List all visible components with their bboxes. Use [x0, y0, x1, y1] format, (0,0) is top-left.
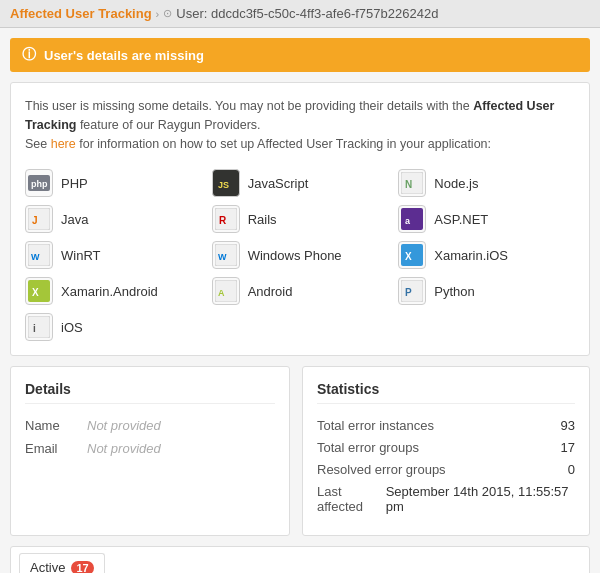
android-icon: A — [212, 277, 240, 305]
svg-text:W: W — [31, 252, 40, 262]
stat-row: Last affectedSeptember 14th 2015, 11:55:… — [317, 484, 575, 514]
svg-rect-24 — [28, 316, 50, 338]
provider-ios[interactable]: i iOS — [25, 313, 202, 341]
provider-label: iOS — [61, 320, 83, 335]
name-label: Name — [25, 418, 75, 433]
python-icon: P — [398, 277, 426, 305]
name-value: Not provided — [87, 418, 161, 433]
provider-label: Xamarin.iOS — [434, 248, 508, 263]
windows-phone-icon: W — [212, 241, 240, 269]
provider-java[interactable]: J Java — [25, 205, 202, 233]
svg-text:php: php — [31, 179, 48, 189]
svg-text:P: P — [405, 287, 412, 298]
provider-python[interactable]: P Python — [398, 277, 575, 305]
provider-label: Android — [248, 284, 293, 299]
winrt-icon: W — [25, 241, 53, 269]
stat-value: 0 — [568, 462, 575, 477]
svg-text:X: X — [405, 251, 412, 262]
tab-bar: Active 17 — [11, 547, 589, 573]
provider-grid: php PHP JS JavaScript N Node.js J Java — [25, 169, 575, 341]
stat-label: Resolved error groups — [317, 462, 446, 477]
breadcrumb: Affected User Tracking › ⊙ User: ddcdc3f… — [0, 0, 600, 28]
rails-icon: R — [212, 205, 240, 233]
provider-label: Rails — [248, 212, 277, 227]
provider-nodejs[interactable]: N Node.js — [398, 169, 575, 197]
here-link[interactable]: here — [51, 137, 76, 151]
provider-xamarin-ios[interactable]: X Xamarin.iOS — [398, 241, 575, 269]
email-value: Not provided — [87, 441, 161, 456]
warning-banner: ⓘ User's details are missing — [10, 38, 590, 72]
email-label: Email — [25, 441, 75, 456]
provider-label: Windows Phone — [248, 248, 342, 263]
provider-label: ASP.NET — [434, 212, 488, 227]
provider-rails[interactable]: R Rails — [212, 205, 389, 233]
php-icon: php — [25, 169, 53, 197]
stat-value: September 14th 2015, 11:55:57 pm — [386, 484, 575, 514]
details-stats-row: Details Name Not provided Email Not prov… — [10, 366, 590, 536]
stat-label: Total error instances — [317, 418, 434, 433]
stat-row: Resolved error groups0 — [317, 462, 575, 477]
provider-aspnet[interactable]: a ASP.NET — [398, 205, 575, 233]
provider-label: PHP — [61, 176, 88, 191]
provider-xamarin-android[interactable]: X Xamarin.Android — [25, 277, 202, 305]
breadcrumb-icon: ⊙ — [163, 7, 172, 20]
provider-windows-phone[interactable]: W Windows Phone — [212, 241, 389, 269]
details-card: Details Name Not provided Email Not prov… — [10, 366, 290, 536]
javascript-icon: JS — [212, 169, 240, 197]
warning-message: User's details are missing — [44, 48, 204, 63]
stat-label: Last affected — [317, 484, 386, 514]
name-row: Name Not provided — [25, 418, 275, 433]
stat-row: Total error groups17 — [317, 440, 575, 455]
provider-card: This user is missing some details. You m… — [10, 82, 590, 356]
provider-javascript[interactable]: JS JavaScript — [212, 169, 389, 197]
aspnet-icon: a — [398, 205, 426, 233]
breadcrumb-link[interactable]: Affected User Tracking — [10, 6, 152, 21]
provider-label: Java — [61, 212, 88, 227]
svg-text:R: R — [219, 215, 227, 226]
svg-text:JS: JS — [218, 180, 229, 190]
active-tab-section: Active 17 Error Occurrences Last occurre… — [10, 546, 590, 573]
statistics-card: Statistics Total error instances93Total … — [302, 366, 590, 536]
tab-badge: 17 — [71, 561, 93, 573]
provider-label: Python — [434, 284, 474, 299]
provider-android[interactable]: A Android — [212, 277, 389, 305]
statistics-title: Statistics — [317, 381, 575, 404]
xamarin-android-icon: X — [25, 277, 53, 305]
stat-row: Total error instances93 — [317, 418, 575, 433]
nodejs-icon: N — [398, 169, 426, 197]
svg-text:A: A — [218, 288, 225, 298]
svg-text:J: J — [32, 215, 38, 226]
provider-winrt[interactable]: W WinRT — [25, 241, 202, 269]
stat-value: 93 — [561, 418, 575, 433]
breadcrumb-current: User: ddcdc3f5-c50c-4ff3-afe6-f757b22624… — [176, 6, 438, 21]
svg-text:N: N — [405, 179, 412, 190]
svg-text:X: X — [32, 287, 39, 298]
tab-active[interactable]: Active 17 — [19, 553, 105, 573]
java-icon: J — [25, 205, 53, 233]
email-row: Email Not provided — [25, 441, 275, 456]
provider-label: WinRT — [61, 248, 100, 263]
provider-label: JavaScript — [248, 176, 309, 191]
details-title: Details — [25, 381, 275, 404]
provider-php[interactable]: php PHP — [25, 169, 202, 197]
ios-icon: i — [25, 313, 53, 341]
stat-label: Total error groups — [317, 440, 419, 455]
stat-value: 17 — [561, 440, 575, 455]
provider-label: Node.js — [434, 176, 478, 191]
missing-info-text: This user is missing some details. You m… — [25, 97, 575, 153]
breadcrumb-sep1: › — [156, 8, 160, 20]
warning-icon: ⓘ — [22, 46, 36, 64]
svg-text:i: i — [33, 323, 36, 334]
svg-text:W: W — [218, 252, 227, 262]
provider-label: Xamarin.Android — [61, 284, 158, 299]
xamarin-ios-icon: X — [398, 241, 426, 269]
tab-label: Active — [30, 560, 65, 573]
